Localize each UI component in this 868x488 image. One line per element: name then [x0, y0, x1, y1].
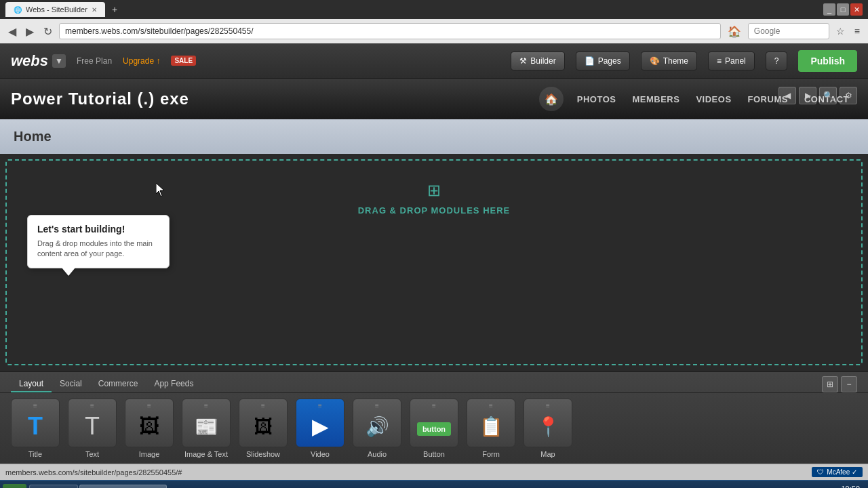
theme-icon: 🎨 — [650, 56, 660, 66]
address-bar[interactable] — [59, 23, 721, 39]
settings-header-button[interactable]: ⚙ — [840, 87, 857, 104]
drop-zone[interactable]: ⊞ DRAG & DROP MODULES HERE Let's start b… — [5, 159, 863, 365]
imagetext-module-icon: 📰 — [195, 415, 218, 438]
upgrade-button[interactable]: Upgrade ↑ — [123, 56, 160, 66]
bookmark-button[interactable]: ☆ — [833, 23, 848, 39]
module-button[interactable]: button Button — [410, 399, 458, 458]
module-map-icon-wrapper: 📍 — [524, 399, 572, 447]
browser-titlebar: 🌐 Webs - SiteBuilder ✕ + _ □ ✕ — [0, 0, 868, 19]
nav-videos[interactable]: VIDEOS — [688, 94, 739, 104]
module-form[interactable]: 📋 Form — [467, 399, 515, 458]
module-video[interactable]: ▶ Video — [296, 399, 344, 458]
webs-logo-text: webs — [11, 52, 48, 70]
slideshow-module-icon: 🖼 — [254, 415, 273, 438]
help-button[interactable]: ? — [766, 52, 788, 70]
image-module-icon: 🖼 — [139, 415, 159, 438]
new-tab-button[interactable]: + — [108, 3, 121, 16]
text-module-icon: T — [85, 412, 100, 441]
module-button-icon-wrapper: button — [410, 399, 458, 447]
logo-settings-button[interactable]: ▼ — [52, 54, 66, 68]
tray-view-controls: ⊞ − — [822, 376, 857, 392]
module-slideshow[interactable]: 🖼 Slideshow — [239, 399, 288, 458]
pages-button[interactable]: 📄 Pages — [576, 52, 630, 70]
home-nav-button[interactable]: 🏠 — [725, 22, 744, 41]
module-button-label: Button — [423, 450, 445, 458]
minimize-button[interactable]: _ — [823, 3, 835, 16]
site-title: Power Tutorial (.) exe — [11, 89, 189, 108]
publish-button[interactable]: Publish — [798, 50, 857, 72]
module-title[interactable]: T Title — [11, 399, 60, 458]
taskbar-firefox[interactable]: 🦊 Firefox — [29, 485, 78, 489]
builder-button[interactable]: ⚒ Builder — [511, 52, 564, 70]
module-form-icon-wrapper: 📋 — [467, 399, 515, 447]
module-form-label: Form — [482, 450, 500, 458]
module-audio-icon-wrapper: 🔊 — [353, 399, 401, 447]
mcafee-icon: 🛡 — [817, 468, 824, 476]
builder-label: Builder — [530, 56, 555, 66]
map-module-icon: 📍 — [536, 415, 560, 438]
module-image-label: Image — [139, 450, 160, 458]
start-button[interactable]: ⊞ — [3, 484, 26, 489]
redo-button[interactable]: ▶ — [799, 87, 816, 104]
back-button[interactable]: ◀ — [5, 22, 19, 41]
search-input[interactable] — [748, 23, 829, 39]
tab-title: Webs - SiteBuilder — [26, 5, 87, 14]
taskbar-right: 📶 🔊 🔋 19:59 16.10.2012 — [776, 484, 865, 488]
module-imagetext-icon-wrapper: 📰 — [182, 399, 231, 447]
module-text-label: Text — [85, 450, 99, 458]
module-title-label: Title — [28, 450, 42, 458]
site-header: Power Tutorial (.) exe 🏠 PHOTOS MEMBERS … — [0, 79, 868, 119]
maximize-button[interactable]: □ — [837, 3, 849, 16]
pages-label: Pages — [598, 56, 621, 66]
system-clock: 19:59 16.10.2012 — [823, 484, 860, 488]
home-nav-icon-button[interactable]: 🏠 — [539, 87, 564, 111]
panel-label: Panel — [725, 56, 746, 66]
pages-icon: 📄 — [585, 56, 595, 66]
theme-button[interactable]: 🎨 Theme — [641, 52, 697, 70]
tray-tab-layout[interactable]: Layout — [11, 376, 52, 392]
browser-navbar: ◀ ▶ ↻ 🏠 ☆ ≡ — [0, 19, 868, 43]
nav-photos[interactable]: PHOTOS — [569, 94, 625, 104]
taskbar-webs[interactable]: 🌐 Webs - SiteBuilder — [79, 485, 167, 489]
nav-members[interactable]: MEMBERS — [624, 94, 688, 104]
tooltip-arrow — [62, 268, 75, 276]
panel-button[interactable]: ≡ Panel — [708, 52, 755, 70]
status-bar: members.webs.com/s/sitebuilder/pages/282… — [0, 464, 868, 480]
module-audio-label: Audio — [368, 450, 387, 458]
audio-module-icon: 🔊 — [366, 415, 389, 438]
module-map[interactable]: 📍 Map — [524, 399, 572, 458]
button-module-icon: button — [417, 422, 451, 436]
search-header-button[interactable]: 🔍 — [819, 87, 837, 104]
sale-badge: SALE — [171, 56, 196, 66]
module-video-label: Video — [311, 450, 330, 458]
module-image-text[interactable]: 📰 Image & Text — [182, 399, 231, 458]
module-tray: Layout Social Commerce App Feeds ⊞ − T T… — [0, 371, 868, 464]
close-button[interactable]: ✕ — [850, 3, 863, 16]
undo-button[interactable]: ◀ — [778, 87, 796, 104]
module-image-icon-wrapper: 🖼 — [125, 399, 174, 447]
modules-row: T Title T Text 🖼 Image — [0, 393, 868, 464]
tray-list-view[interactable]: − — [841, 376, 857, 392]
module-slideshow-label: Slideshow — [246, 450, 280, 458]
browser-tab-active[interactable]: 🌐 Webs - SiteBuilder ✕ — [5, 2, 105, 17]
module-text[interactable]: T Text — [68, 399, 117, 458]
page-header-bar: Home — [0, 119, 868, 154]
tray-tab-social[interactable]: Social — [52, 376, 90, 392]
site-content: Home ⊞ DRAG & DROP MODULES HERE Let's st… — [0, 119, 868, 371]
module-slideshow-icon-wrapper: 🖼 — [239, 399, 288, 447]
tooltip-box: Let's start building! Drag & drop module… — [27, 215, 170, 268]
drop-icon: ⊞ — [427, 181, 441, 200]
module-image[interactable]: 🖼 Image — [125, 399, 174, 458]
tray-grid-view[interactable]: ⊞ — [822, 376, 838, 392]
reload-button[interactable]: ↻ — [41, 22, 55, 41]
sitebuilder-toolbar: webs ▼ Free Plan Upgrade ↑ SALE ⚒ Builde… — [0, 43, 868, 79]
mcafee-badge: 🛡 McAfee ✓ — [812, 467, 863, 477]
module-audio[interactable]: 🔊 Audio — [353, 399, 401, 458]
tray-tab-commerce[interactable]: Commerce — [90, 376, 146, 392]
menu-button[interactable]: ≡ — [852, 23, 863, 39]
forward-button[interactable]: ▶ — [23, 22, 37, 41]
tray-tab-appfeeds[interactable]: App Feeds — [146, 376, 201, 392]
tab-close-btn[interactable]: ✕ — [92, 6, 97, 14]
help-label: ? — [774, 56, 779, 66]
tooltip-text: Drag & drop modules into the main conten… — [37, 239, 159, 260]
